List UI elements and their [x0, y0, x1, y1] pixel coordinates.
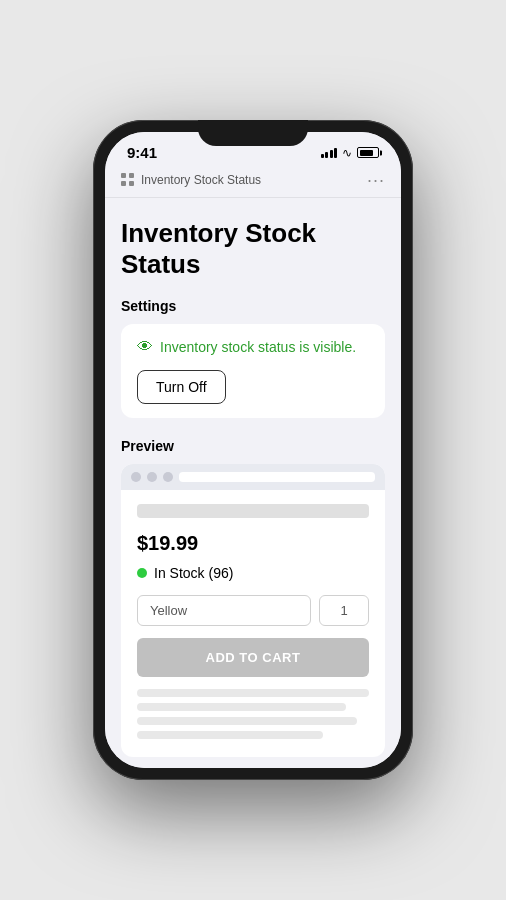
status-row: 👁 Inventory stock status is visible. [137, 338, 369, 356]
options-row: Yellow 1 [137, 595, 369, 626]
browser-dot-1 [131, 472, 141, 482]
browser-chrome [121, 464, 385, 490]
product-preview: $19.99 In Stock (96) Yellow 1 ADD TO CAR… [121, 490, 385, 757]
turn-off-button[interactable]: Turn Off [137, 370, 226, 404]
in-stock-dot-icon [137, 568, 147, 578]
preview-card: $19.99 In Stock (96) Yellow 1 ADD TO CAR… [121, 464, 385, 757]
status-time: 9:41 [127, 144, 157, 161]
phone-shell: 9:41 ∿ Inventory Stock Stat [93, 120, 413, 780]
desc-line-2 [137, 703, 346, 711]
nav-grid-icon [121, 173, 135, 187]
desc-line-4 [137, 731, 323, 739]
wifi-icon: ∿ [342, 146, 352, 160]
preview-section-label: Preview [121, 438, 385, 454]
status-icons: ∿ [321, 146, 380, 160]
status-message: Inventory stock status is visible. [160, 339, 356, 355]
signal-icon [321, 148, 338, 158]
nav-left: Inventory Stock Status [121, 173, 261, 187]
settings-section-label: Settings [121, 298, 385, 314]
eye-icon: 👁 [137, 338, 153, 356]
nav-bar: Inventory Stock Status ··· [105, 165, 401, 198]
browser-address-bar [179, 472, 375, 482]
product-image-placeholder [137, 504, 369, 518]
desc-line-3 [137, 717, 357, 725]
stock-row: In Stock (96) [137, 565, 369, 581]
stock-text: In Stock (96) [154, 565, 233, 581]
phone-notch [198, 120, 308, 146]
browser-dot-2 [147, 472, 157, 482]
page-title: Inventory Stock Status [121, 218, 385, 280]
nav-more-icon[interactable]: ··· [367, 171, 385, 189]
main-content: Inventory Stock Status Settings 👁 Invent… [105, 198, 401, 768]
settings-card: 👁 Inventory stock status is visible. Tur… [121, 324, 385, 418]
phone-screen: 9:41 ∿ Inventory Stock Stat [105, 132, 401, 768]
desc-line-1 [137, 689, 369, 697]
quantity-input[interactable]: 1 [319, 595, 369, 626]
variant-selector[interactable]: Yellow [137, 595, 311, 626]
description-placeholder [137, 689, 369, 743]
product-price: $19.99 [137, 532, 369, 555]
browser-dot-3 [163, 472, 173, 482]
battery-icon [357, 147, 379, 158]
add-to-cart-button[interactable]: ADD TO CART [137, 638, 369, 677]
nav-title: Inventory Stock Status [141, 173, 261, 187]
